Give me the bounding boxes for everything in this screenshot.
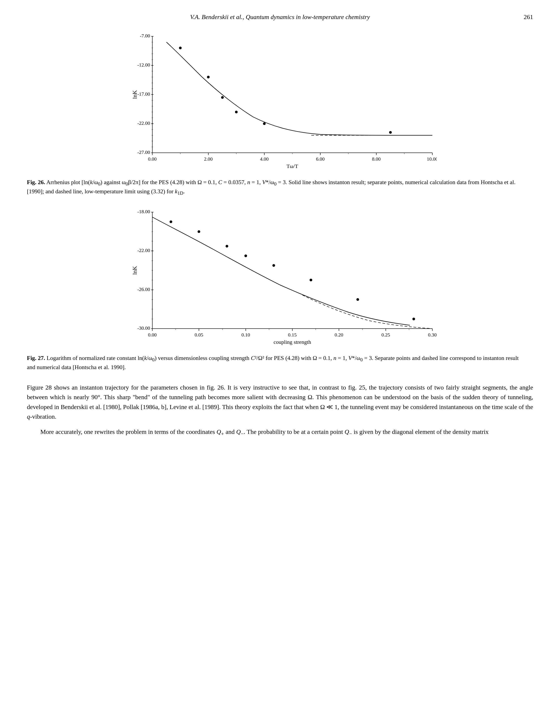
body-paragraph2: More accurately, one rewrites the proble… [27,427,533,438]
svg-text:-18.00: -18.00 [137,209,150,214]
svg-point-48 [179,47,182,49]
svg-text:coupling strength: coupling strength [274,339,311,345]
svg-text:0.15: 0.15 [288,332,297,338]
svg-text:0.00: 0.00 [148,156,157,162]
svg-point-49 [207,76,210,78]
svg-text:-30.00: -30.00 [137,325,150,331]
svg-point-99 [272,264,275,267]
svg-point-98 [244,254,247,257]
fig26-chart: -7.00 -12.00 -17.00 -22.00 -27.00 [123,32,437,172]
page-number: 261 [432,13,533,21]
svg-text:8.00: 8.00 [372,156,381,162]
svg-point-52 [263,122,266,125]
svg-text:-22.00: -22.00 [137,120,150,126]
svg-point-53 [389,131,392,134]
svg-text:0.25: 0.25 [381,332,390,338]
svg-text:lnK: lnK [131,266,138,275]
svg-point-50 [221,96,224,99]
fig26-svg: -7.00 -12.00 -17.00 -22.00 -27.00 [123,32,437,171]
svg-text:-12.00: -12.00 [137,62,150,68]
svg-text:-26.00: -26.00 [137,286,150,292]
svg-text:10.00: 10.00 [427,156,437,162]
svg-text:0.20: 0.20 [335,332,343,338]
fig27-caption: Fig. 27. Logarithm of normalized rate co… [27,354,520,371]
svg-text:0.05: 0.05 [195,332,203,338]
fig27-container: -18.00 -22.00 -26.00 -30.00 lnK 0.00 [27,208,533,347]
svg-text:-17.00: -17.00 [137,91,150,97]
svg-text:-27.00: -27.00 [137,149,150,155]
svg-text:lnK: lnK [131,90,138,99]
svg-text:Tω/T: Tω/T [286,163,298,169]
svg-point-101 [356,298,359,301]
svg-text:2.00: 2.00 [204,156,213,162]
svg-text:-7.00: -7.00 [140,33,150,39]
svg-text:6.00: 6.00 [316,156,325,162]
svg-text:0.10: 0.10 [241,332,250,338]
body-text: Figure 28 shows an instanton trajectory … [27,383,533,437]
svg-text:0.00: 0.00 [148,332,157,338]
svg-point-51 [235,111,238,113]
svg-point-95 [170,220,172,223]
svg-point-97 [226,245,228,248]
svg-point-96 [198,230,200,233]
fig27-svg: -18.00 -22.00 -26.00 -30.00 lnK 0.00 [123,208,437,347]
page-header: V.A. Benderskii et al., Quantum dynamics… [128,13,432,21]
fig27-chart: -18.00 -22.00 -26.00 -30.00 lnK 0.00 [123,208,437,347]
body-paragraph1: Figure 28 shows an instanton trajectory … [27,383,533,422]
svg-text:4.00: 4.00 [260,156,269,162]
svg-text:0.30: 0.30 [428,332,437,338]
fig26-container: -7.00 -12.00 -17.00 -22.00 -27.00 [27,32,533,172]
svg-point-102 [412,318,415,320]
fig26-caption: Fig. 26. Arrhenius plot [ln(k/ω0) agains… [27,178,520,196]
svg-text:-22.00: -22.00 [137,248,150,253]
svg-point-100 [310,279,312,281]
